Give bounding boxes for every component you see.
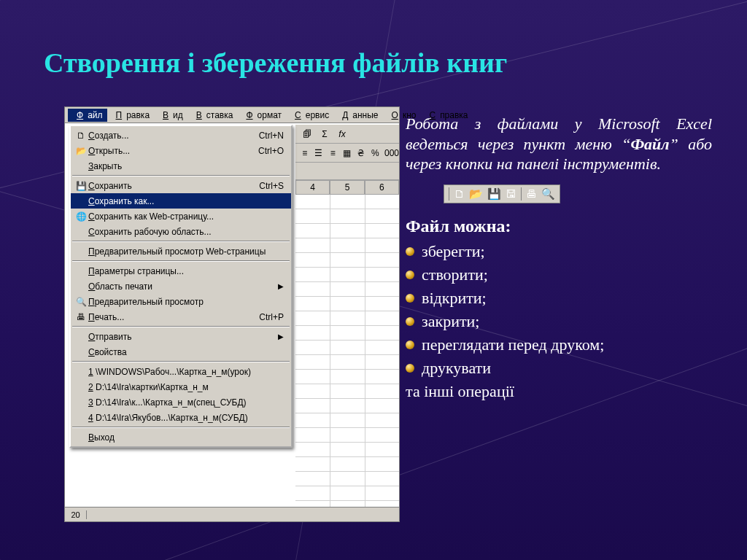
blank-icon (74, 160, 88, 172)
file-menu-dropdown: 🗋Создать...Ctrl+N📂Открыть...Ctrl+OЗакрыт… (69, 125, 293, 448)
submenu-arrow-icon: ▶ (278, 282, 284, 290)
menu-shortcut: Ctrl+N (259, 131, 284, 141)
print-preview-icon[interactable]: 🔍 (541, 187, 555, 201)
menu-item-label: Отправить (88, 332, 278, 342)
open-icon: 📂 (74, 145, 88, 157)
menu-item-label: Свойства (88, 347, 284, 357)
menubar-item[interactable]: Вид (154, 109, 187, 122)
menu-item[interactable]: 🌐Сохранить как Web-страницу... (71, 209, 291, 224)
new-icon: 🗋 (74, 130, 88, 141)
toolbar-row-2: ≡ ☰ ≡ ▦ ₴ % 000 (295, 144, 399, 163)
new-file-icon[interactable]: 🗋 (454, 187, 465, 200)
menu-separator (72, 427, 290, 428)
menu-item[interactable]: 2 D:\14\Ira\картки\Картка_н_м (71, 379, 291, 394)
blank-icon (74, 195, 88, 207)
menu-item[interactable]: 1 \WINDOWS\Рабоч...\Картка_н_м(урок) (71, 364, 291, 379)
bullet-item: закрити; (406, 312, 712, 331)
open-folder-icon[interactable]: 📂 (469, 187, 483, 201)
save-web-icon[interactable]: 🖫 (506, 187, 516, 200)
blank-icon (74, 412, 88, 424)
menu-item-label: Печать... (88, 312, 259, 322)
menu-item[interactable]: 3 D:\14\Ira\к...\Картка_н_м(спец_СУБД) (71, 394, 291, 410)
slide-title: Створення і збереження файлів книг (44, 47, 700, 79)
menu-item[interactable]: Предварительный просмотр Web-страницы (71, 244, 291, 259)
menu-item[interactable]: 🖶Печать...Ctrl+P (71, 309, 291, 324)
row-gutter: 20 (65, 507, 399, 521)
toolbar-separator (521, 187, 522, 201)
menubar-item[interactable]: Справка (420, 109, 472, 122)
blank-icon (74, 246, 88, 257)
merge-icon[interactable]: ▦ (342, 146, 352, 160)
slide-body: Робота з файлами у Microsoft Excel ведет… (406, 114, 712, 401)
column-header[interactable]: 4 (295, 180, 330, 195)
blank-icon (74, 432, 88, 443)
print-icon[interactable]: 🖶 (526, 187, 537, 200)
menu-item[interactable]: Параметры страницы... (71, 263, 291, 279)
menu-item[interactable]: Область печати▶ (71, 279, 291, 294)
menu-item[interactable]: 💾СохранитьCtrl+S (71, 178, 291, 193)
bullet-item: переглядати перед друком; (406, 335, 712, 354)
formula-bar[interactable] (295, 163, 399, 180)
row-number: 20 (65, 510, 87, 519)
currency-icon[interactable]: ₴ (356, 146, 365, 160)
menu-item-label: Сохранить рабочую область... (88, 227, 284, 237)
menu-item-label: Закрыть (88, 161, 284, 171)
menu-item[interactable]: 🗋Создать...Ctrl+N (71, 128, 291, 143)
save-icon: 💾 (74, 180, 88, 192)
menu-item[interactable]: 📂Открыть...Ctrl+O (71, 143, 291, 158)
menu-item-label: Предварительный просмотр (88, 297, 284, 307)
menu-shortcut: Ctrl+S (259, 181, 284, 191)
menu-item[interactable]: Закрыть (71, 158, 291, 174)
toolbar-button[interactable]: fx (335, 127, 349, 141)
menu-item-label: Создать... (88, 131, 259, 141)
menu-item[interactable]: Отправить▶ (71, 329, 291, 344)
bullet-item: відкрити; (406, 289, 712, 308)
menu-shortcut: Ctrl+O (258, 146, 284, 156)
menu-item[interactable]: Выход (71, 429, 291, 445)
intro-keyword: Файл (630, 135, 669, 153)
spreadsheet-grid[interactable] (295, 195, 399, 521)
align-right-icon[interactable]: ≡ (328, 146, 338, 160)
menu-item-label: 3 D:\14\Ira\к...\Картка_н_м(спец_СУБД) (88, 397, 284, 408)
menu-separator (72, 260, 290, 262)
list-heading: Файл можна: (406, 217, 712, 236)
blank-icon (74, 346, 88, 358)
menubar-item[interactable]: Формат (237, 109, 286, 122)
menubar-item[interactable]: Вставка (187, 109, 238, 122)
menu-separator (72, 361, 290, 362)
print-icon: 🖶 (74, 311, 88, 323)
menu-item-label: Сохранить как... (88, 196, 284, 206)
menu-item-label: 1 \WINDOWS\Рабоч...\Картка_н_м(урок) (88, 367, 284, 377)
menu-shortcut: Ctrl+P (259, 312, 284, 322)
menu-item[interactable]: Сохранить как... (71, 193, 291, 209)
column-header[interactable]: 6 (365, 180, 399, 195)
prev-icon: 🔍 (74, 296, 88, 308)
percent-icon[interactable]: % (371, 146, 380, 160)
toolbar-button[interactable]: Σ (317, 127, 332, 141)
menu-item-label: Параметры страницы... (88, 266, 284, 276)
menu-item-label: Открыть... (88, 146, 258, 156)
menu-item[interactable]: 🔍Предварительный просмотр (71, 294, 291, 309)
menu-item[interactable]: Свойства (71, 344, 291, 359)
bullet-list: зберегти;створити;відкрити;закрити;перег… (406, 242, 712, 378)
menu-separator (72, 326, 290, 327)
menubar-item[interactable]: Правка (107, 109, 155, 122)
thousands-icon[interactable]: 000 (384, 146, 399, 160)
bullet-item: друкувати (406, 359, 712, 378)
align-left-icon[interactable]: ≡ (300, 146, 309, 160)
menu-item-label: Область печати (88, 281, 278, 292)
blank-icon (74, 381, 88, 393)
menubar-item[interactable]: Файл (68, 109, 107, 122)
menu-separator (72, 241, 290, 242)
menu-item[interactable]: Сохранить рабочую область... (71, 224, 291, 239)
menubar-item[interactable]: Окно (383, 109, 421, 122)
save-icon[interactable]: 💾 (487, 187, 501, 201)
menu-item[interactable]: 4 D:\14\Ira\Якубов...\Картка_н_м(СУБД) (71, 410, 291, 425)
align-center-icon[interactable]: ☰ (314, 146, 323, 160)
menu-item-label: Выход (88, 432, 284, 443)
column-header[interactable]: 5 (330, 180, 364, 195)
menubar-item[interactable]: Данные (333, 109, 382, 122)
toolbar-button[interactable]: 🗐 (300, 127, 314, 141)
menu-item-label: Предварительный просмотр Web-страницы (88, 246, 284, 257)
menubar-item[interactable]: Сервис (286, 109, 333, 122)
